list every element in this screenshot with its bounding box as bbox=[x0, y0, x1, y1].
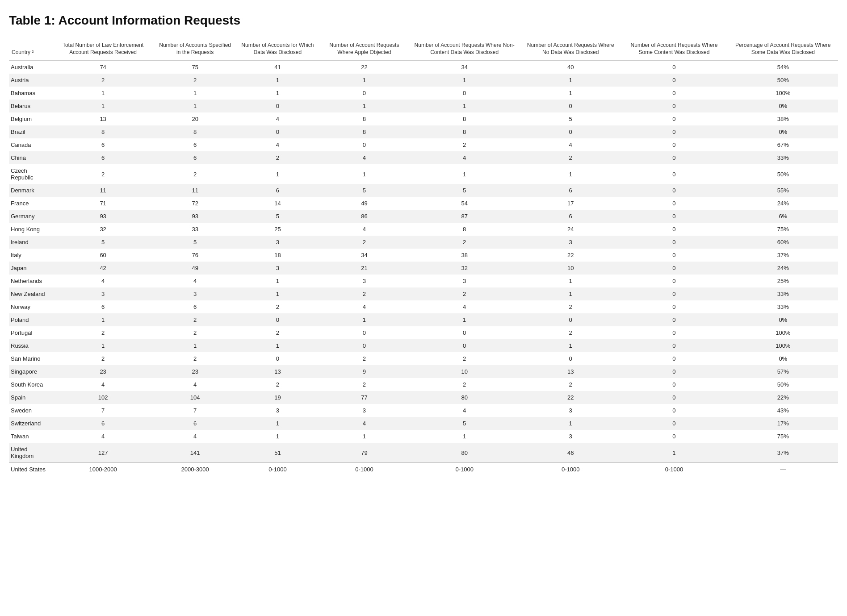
cell-data_disclosed: 4 bbox=[235, 138, 320, 151]
cell-apple_objected: 3 bbox=[321, 404, 408, 417]
cell-accounts_specified: 4 bbox=[155, 430, 235, 443]
cell-data_disclosed: 0 bbox=[235, 100, 320, 112]
cell-non_content_disclosed: 32 bbox=[408, 262, 521, 275]
table-row: Japan42493213210024% bbox=[9, 262, 838, 275]
cell-country: Czech Republic bbox=[9, 164, 50, 184]
cell-no_data_disclosed: 22 bbox=[521, 391, 620, 404]
cell-percentage: 100% bbox=[728, 87, 838, 100]
cell-percentage: 100% bbox=[728, 339, 838, 352]
cell-percentage: 25% bbox=[728, 275, 838, 287]
cell-some_content_disclosed: 0 bbox=[620, 87, 728, 100]
cell-accounts_specified: 1 bbox=[155, 339, 235, 352]
cell-data_disclosed: 1 bbox=[235, 339, 320, 352]
cell-apple_objected: 1 bbox=[321, 164, 408, 184]
cell-percentage: 0% bbox=[728, 100, 838, 112]
table-row: Taiwan441113075% bbox=[9, 430, 838, 443]
cell-data_disclosed: 2 bbox=[235, 326, 320, 339]
cell-percentage: 75% bbox=[728, 430, 838, 443]
cell-no_data_disclosed: 3 bbox=[521, 404, 620, 417]
cell-apple_objected: 22 bbox=[321, 61, 408, 74]
cell-total_requests: 32 bbox=[50, 223, 155, 236]
page-title: Table 1: Account Information Requests bbox=[9, 13, 838, 28]
cell-country: United Kingdom bbox=[9, 443, 50, 463]
cell-country: Italy bbox=[9, 249, 50, 262]
cell-accounts_specified: 2 bbox=[155, 164, 235, 184]
cell-accounts_specified: 1 bbox=[155, 100, 235, 112]
cell-no_data_disclosed: 1 bbox=[521, 275, 620, 287]
cell-non_content_disclosed: 2 bbox=[408, 378, 521, 391]
cell-accounts_specified: 6 bbox=[155, 417, 235, 430]
cell-data_disclosed: 18 bbox=[235, 249, 320, 262]
cell-non_content_disclosed: 80 bbox=[408, 391, 521, 404]
cell-apple_objected: 4 bbox=[321, 151, 408, 164]
table-row: Ireland553223060% bbox=[9, 236, 838, 249]
cell-percentage: 17% bbox=[728, 417, 838, 430]
cell-total_requests: 5 bbox=[50, 236, 155, 249]
cell-no_data_disclosed: 4 bbox=[521, 138, 620, 151]
cell-data_disclosed: 1 bbox=[235, 275, 320, 287]
cell-country: New Zealand bbox=[9, 287, 50, 300]
cell-total_requests: 1 bbox=[50, 313, 155, 326]
table-row: Australia747541223440054% bbox=[9, 61, 838, 74]
cell-no_data_disclosed: 5 bbox=[521, 112, 620, 125]
cell-non_content_disclosed: 1 bbox=[408, 430, 521, 443]
cell-accounts_specified: 6 bbox=[155, 138, 235, 151]
cell-country: Hong Kong bbox=[9, 223, 50, 236]
col-header-accounts_specified: Number of Accounts Specified in the Requ… bbox=[155, 38, 235, 61]
cell-some_content_disclosed: 0 bbox=[620, 391, 728, 404]
cell-percentage: 33% bbox=[728, 151, 838, 164]
table-body: Australia747541223440054%Austria22111105… bbox=[9, 61, 838, 476]
table-row: Singapore23231391013057% bbox=[9, 365, 838, 378]
cell-some_content_disclosed: 0 bbox=[620, 164, 728, 184]
cell-total_requests: 1 bbox=[50, 100, 155, 112]
cell-no_data_disclosed: 6 bbox=[521, 184, 620, 197]
table-row: Poland12011000% bbox=[9, 313, 838, 326]
cell-percentage: 100% bbox=[728, 326, 838, 339]
cell-apple_objected: 79 bbox=[321, 443, 408, 463]
cell-apple_objected: 21 bbox=[321, 262, 408, 275]
cell-non_content_disclosed: 80 bbox=[408, 443, 521, 463]
cell-some_content_disclosed: 0 bbox=[620, 223, 728, 236]
cell-total_requests: 2 bbox=[50, 74, 155, 87]
cell-data_disclosed: 0 bbox=[235, 313, 320, 326]
table-row: Norway662442033% bbox=[9, 300, 838, 313]
cell-non_content_disclosed: 2 bbox=[408, 138, 521, 151]
table-row: Switzerland661451017% bbox=[9, 417, 838, 430]
cell-data_disclosed: 3 bbox=[235, 404, 320, 417]
cell-accounts_specified: 4 bbox=[155, 275, 235, 287]
cell-total_requests: 1000-2000 bbox=[50, 463, 155, 476]
cell-non_content_disclosed: 2 bbox=[408, 352, 521, 365]
cell-accounts_specified: 11 bbox=[155, 184, 235, 197]
cell-country: Poland bbox=[9, 313, 50, 326]
cell-non_content_disclosed: 2 bbox=[408, 287, 521, 300]
cell-country: Taiwan bbox=[9, 430, 50, 443]
cell-no_data_disclosed: 1 bbox=[521, 417, 620, 430]
cell-country: Brazil bbox=[9, 125, 50, 138]
cell-some_content_disclosed: 0-1000 bbox=[620, 463, 728, 476]
cell-non_content_disclosed: 4 bbox=[408, 300, 521, 313]
cell-data_disclosed: 3 bbox=[235, 262, 320, 275]
cell-accounts_specified: 5 bbox=[155, 236, 235, 249]
cell-country: Canada bbox=[9, 138, 50, 151]
cell-apple_objected: 3 bbox=[321, 275, 408, 287]
cell-apple_objected: 8 bbox=[321, 112, 408, 125]
cell-apple_objected: 34 bbox=[321, 249, 408, 262]
cell-country: Norway bbox=[9, 300, 50, 313]
cell-apple_objected: 4 bbox=[321, 300, 408, 313]
cell-total_requests: 42 bbox=[50, 262, 155, 275]
cell-non_content_disclosed: 8 bbox=[408, 125, 521, 138]
cell-non_content_disclosed: 2 bbox=[408, 236, 521, 249]
cell-some_content_disclosed: 0 bbox=[620, 236, 728, 249]
cell-some_content_disclosed: 0 bbox=[620, 275, 728, 287]
cell-accounts_specified: 8 bbox=[155, 125, 235, 138]
cell-country: China bbox=[9, 151, 50, 164]
cell-apple_objected: 4 bbox=[321, 417, 408, 430]
cell-data_disclosed: 25 bbox=[235, 223, 320, 236]
cell-total_requests: 102 bbox=[50, 391, 155, 404]
cell-no_data_disclosed: 40 bbox=[521, 61, 620, 74]
cell-data_disclosed: 1 bbox=[235, 87, 320, 100]
cell-total_requests: 23 bbox=[50, 365, 155, 378]
cell-some_content_disclosed: 0 bbox=[620, 378, 728, 391]
cell-apple_objected: 5 bbox=[321, 184, 408, 197]
cell-total_requests: 93 bbox=[50, 210, 155, 223]
